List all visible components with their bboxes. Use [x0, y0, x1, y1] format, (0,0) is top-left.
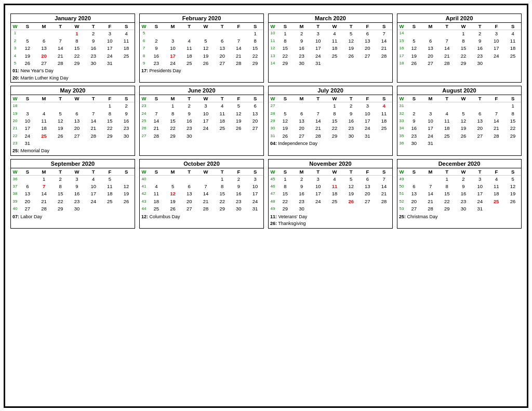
- calendar-cell: 45: [269, 175, 277, 183]
- calendar-cell: [36, 102, 52, 110]
- holiday-name: Presidents Day: [150, 68, 181, 73]
- calendar-cell: 16: [69, 190, 85, 197]
- calendar-cell: 19: [11, 110, 19, 117]
- calendar-cell: 26: [343, 52, 360, 60]
- calendar-cell: 3: [69, 175, 85, 183]
- holiday-name: New Year's Day: [21, 68, 54, 73]
- calendar-cell: 1: [247, 30, 263, 37]
- calendar-cell: 8: [438, 183, 455, 190]
- column-header: T: [85, 168, 102, 176]
- column-header: M: [165, 23, 181, 30]
- holiday-notes: 01: New Year's Day20: Martin Luther King…: [11, 67, 135, 82]
- calendar-cell: 5: [343, 175, 360, 183]
- calendar-cell: 39: [11, 198, 19, 205]
- holiday-note-line: 25: Memorial Day: [12, 148, 133, 155]
- column-header: S: [277, 23, 294, 30]
- holiday-notes: 04: Independence Day: [269, 140, 392, 148]
- column-header: F: [488, 95, 505, 102]
- calendar-cell: 31: [310, 60, 326, 67]
- calendar-cell: 19: [52, 125, 69, 132]
- calendar-cell: 3: [360, 102, 376, 110]
- calendar-cell: 2: [294, 175, 310, 183]
- calendar-cell: 8: [69, 37, 85, 45]
- calendar-cell: 4: [326, 175, 343, 183]
- calendar-cell: 12: [455, 117, 472, 125]
- calendar-cell: [214, 30, 231, 37]
- calendar-cell: 17: [422, 125, 439, 132]
- calendar-cell: 13: [19, 190, 36, 197]
- calendar-cell: 9: [118, 110, 135, 117]
- calendar-cell: 1: [102, 102, 118, 110]
- column-header: M: [165, 168, 181, 176]
- column-header: M: [422, 23, 439, 30]
- calendar-cell: 21: [376, 45, 392, 52]
- calendar-cell: 12: [52, 117, 69, 125]
- calendar-table: WSMTWTFS23123456247891011121325141516171…: [140, 95, 263, 140]
- calendar-cell: 16: [397, 45, 406, 52]
- holiday-name: Independence Day: [278, 141, 318, 146]
- calendar-cell: [488, 102, 505, 110]
- column-header: S: [148, 168, 165, 176]
- calendar-cell: 27: [472, 132, 488, 140]
- calendar-cell: 16: [148, 52, 165, 60]
- column-header: F: [488, 23, 505, 30]
- calendar-cell: 10: [472, 183, 488, 190]
- column-header: T: [52, 95, 69, 102]
- calendar-cell: 27: [19, 205, 36, 213]
- column-header: F: [360, 168, 376, 176]
- calendar-cell: 22: [52, 198, 69, 205]
- calendar-cell: [277, 102, 294, 110]
- calendar-cell: 30: [181, 132, 197, 140]
- calendar-cell: 29: [69, 60, 85, 67]
- calendar-cell: 29: [247, 60, 263, 67]
- calendar-cell: 5: [455, 110, 472, 117]
- calendar-cell: 28: [231, 60, 247, 67]
- calendar-cell: 6: [422, 37, 439, 45]
- calendar-cell: 10: [422, 117, 439, 125]
- calendar-cell: [69, 102, 85, 110]
- calendar-cell: 7: [52, 37, 69, 45]
- calendar-cell: 2: [11, 37, 19, 45]
- calendar-cell: 14: [148, 117, 165, 125]
- calendar-cell: [197, 30, 214, 37]
- month-block: March 2020WSMTWTFS1012345671189101112131…: [268, 14, 393, 83]
- calendar-cell: 43: [140, 198, 148, 205]
- calendar-table: WSMTWTFS45123456746891011121314471516171…: [269, 168, 392, 213]
- month-title: December 2020: [397, 160, 521, 168]
- calendar-cell: 16: [406, 125, 422, 132]
- calendar-cell: 11: [326, 183, 343, 190]
- calendar-cell: 5: [140, 30, 148, 37]
- calendar-cell: 27: [247, 125, 263, 132]
- calendar-cell: 14: [422, 190, 439, 197]
- calendar-cell: 3: [102, 30, 118, 37]
- column-header: F: [360, 23, 376, 30]
- calendar-cell: 28: [36, 205, 52, 213]
- calendar-cell: 15: [438, 190, 455, 197]
- calendar-table: WSMTWTFS14123415567891011161213141516171…: [397, 23, 521, 68]
- calendar-cell: 22: [102, 125, 118, 132]
- calendar-cell: 21: [52, 52, 69, 60]
- calendar-cell: 24: [165, 60, 181, 67]
- calendar-cell: 17: [310, 45, 326, 52]
- calendar-cell: 6: [406, 183, 422, 190]
- calendar-cell: 11: [118, 37, 135, 45]
- calendar-cell: 29: [214, 205, 231, 213]
- calendar-cell: [326, 60, 343, 67]
- calendar-cell: 6: [294, 110, 310, 117]
- calendar-cell: 29: [102, 132, 118, 140]
- column-header: W: [455, 95, 472, 102]
- calendar-cell: 10: [102, 37, 118, 45]
- calendar-cell: 19: [455, 125, 472, 132]
- calendar-cell: 5: [52, 110, 69, 117]
- calendar-cell: 28: [422, 205, 439, 213]
- calendar-cell: 20: [247, 117, 263, 125]
- calendar-cell: 14: [438, 45, 455, 52]
- calendar-cell: 29: [438, 205, 455, 213]
- calendar-cell: 27: [36, 60, 52, 67]
- calendar-cell: 2: [148, 37, 165, 45]
- calendar-cell: 28: [148, 132, 165, 140]
- calendar-cell: 7: [488, 110, 505, 117]
- calendar-cell: 24: [488, 52, 505, 60]
- calendar-cell: 22: [504, 125, 521, 132]
- calendar-cell: 11: [214, 110, 231, 117]
